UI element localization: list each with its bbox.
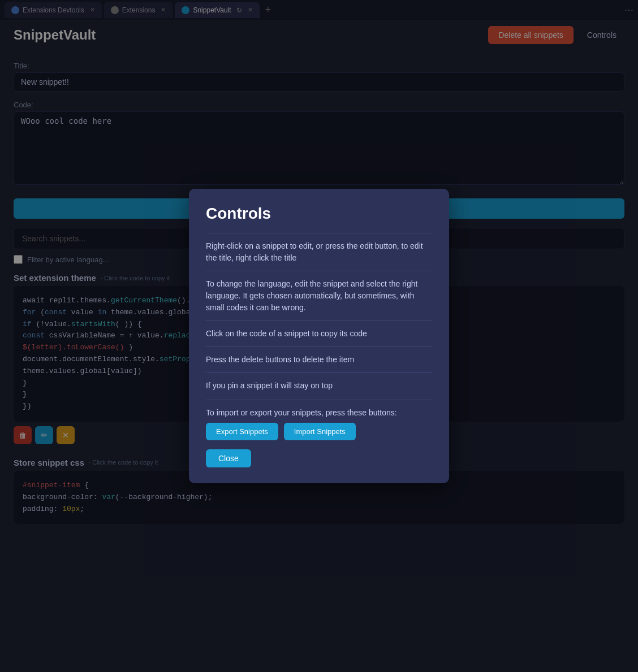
controls-modal: Controls Right-click on a snippet to edi… (189, 189, 449, 483)
modal-import-export: To import or export your snippets, press… (206, 400, 432, 467)
modal-section-1: Right-click on a snippet to edit, or pre… (206, 233, 432, 271)
modal-section-5: If you pin a snippet it will stay on top (206, 372, 432, 398)
modal-overlay[interactable]: Controls Right-click on a snippet to edi… (0, 0, 638, 672)
export-snippets-button[interactable]: Export Snippets (206, 423, 278, 440)
close-modal-button[interactable]: Close (206, 449, 251, 467)
modal-action-buttons: Export Snippets Import Snippets (206, 423, 432, 440)
modal-section-2: To change the language, edit the snippet… (206, 271, 432, 320)
import-snippets-button[interactable]: Import Snippets (284, 423, 356, 440)
modal-import-export-label: To import or export your snippets, press… (206, 408, 432, 417)
modal-title: Controls (206, 205, 432, 223)
modal-section-4: Press the delete buttons to delete the i… (206, 346, 432, 372)
modal-section-3: Click on the code of a snippet to copy i… (206, 320, 432, 346)
